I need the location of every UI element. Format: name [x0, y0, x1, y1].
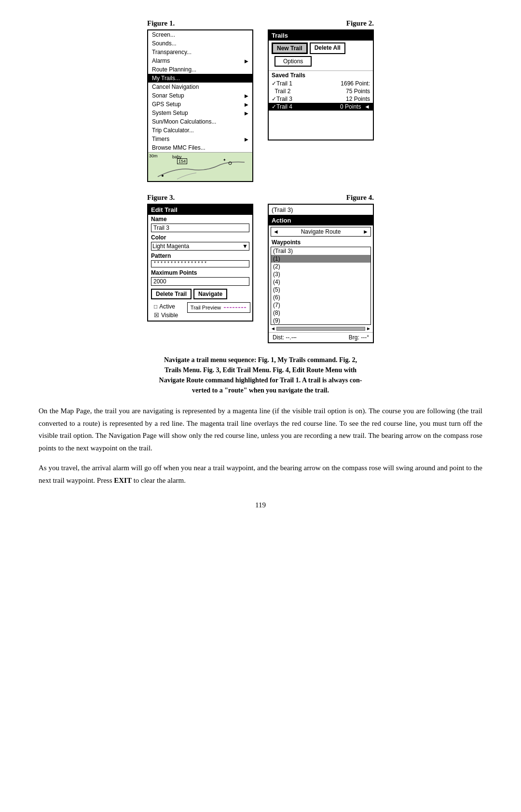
figure-2-label: Figure 2.: [268, 19, 374, 28]
fig4-wp-9[interactable]: (9): [271, 317, 370, 324]
svg-text:✦: ✦: [223, 158, 226, 162]
fig3-pattern-label: Pattern: [148, 252, 252, 259]
figure-3-block: Figure 3. Edit Trail Name Trail 3 Color …: [147, 194, 253, 343]
page-number: 119: [39, 501, 482, 509]
figure-1-label: Figure 1.: [147, 19, 253, 28]
fig3-visible-label: Visible: [161, 312, 178, 319]
fig4-wp-5[interactable]: (5): [271, 286, 370, 294]
fig3-maxpoints-field[interactable]: 2000: [151, 277, 249, 286]
fig4-wp-3[interactable]: (3): [271, 270, 370, 278]
fig1-menu-item-sonar: Sonar Setup▶: [148, 91, 252, 100]
fig3-delete-trail-button[interactable]: Delete Trail: [151, 289, 192, 299]
fig3-active-label: Active: [159, 303, 175, 310]
fig4-trail-header: (Trail 3): [271, 247, 370, 255]
fig2-trail-4[interactable]: ✓Trail 40 Points ◄: [269, 103, 373, 111]
caption-block: Navigate a trail menu sequence: Fig. 1, …: [68, 355, 453, 395]
figure-4-label: Figure 4.: [268, 194, 374, 202]
fig2-btn-row: New Trail Delete All: [269, 41, 373, 56]
fig4-wp-8[interactable]: (8): [271, 309, 370, 317]
body-paragraph-2: As you travel, the arrival alarm will go…: [39, 462, 482, 487]
fig4-navigate-route-row[interactable]: ◄ Navigate Route ►: [271, 227, 371, 237]
fig4-waypoint-list: (Trail 3) (1) (2) (3) (4) (5) (6) (7) (8…: [271, 247, 371, 325]
caption-text-content: Navigate a trail menu sequence: Fig. 1, …: [159, 356, 362, 394]
fig4-wp-6[interactable]: (6): [271, 294, 370, 301]
fig4-action-bar: Action: [269, 215, 373, 225]
fig1-menu-item-timers: Timers▶: [148, 135, 252, 143]
fig2-saved-trails-label: Saved Trails: [269, 70, 373, 80]
fig3-visible-checkbox-row[interactable]: ☒ Visible: [150, 311, 182, 320]
fig3-trail-preview: Trail Preview: [187, 302, 250, 313]
fig2-trail-2: Trail 275 Points: [269, 87, 373, 95]
fig1-menu-item-system: System Setup▶: [148, 109, 252, 117]
svg-point-0: [162, 175, 164, 177]
body-paragraph-1: On the Map Page, the trail you are navig…: [39, 405, 482, 454]
fig4-nav-route-label: Navigate Route: [301, 228, 341, 235]
fig1-menu-item-alarms: Alarms▶: [148, 56, 252, 65]
fig2-trail-1: ✓Trail 11696 Point:: [269, 80, 373, 87]
figure-3-screen: Edit Trail Name Trail 3 Color Light Mage…: [147, 204, 253, 322]
fig3-color-label: Color: [148, 233, 252, 241]
fig4-header: (Trail 3): [269, 205, 373, 215]
figure-4-block: Figure 4. (Trail 3) Action ◄ Navigate Ro…: [268, 194, 374, 343]
fig4-wp-2[interactable]: (2): [271, 263, 370, 270]
fig3-navigate-button[interactable]: Navigate: [193, 289, 227, 299]
fig4-wp-4[interactable]: (4): [271, 278, 370, 286]
fig1-menu-item-sounds: Sounds...: [148, 39, 252, 48]
fig1-menu-item-trip: Trip Calculator...: [148, 126, 252, 135]
figure-2-screen: Trails New Trail Delete All Options Save…: [268, 29, 374, 140]
fig1-menu-item-mytrails[interactable]: My Trails...: [148, 74, 252, 83]
fig2-header: Trails: [269, 30, 373, 41]
fig4-wp-7[interactable]: (7): [271, 301, 370, 309]
fig3-maxpoints-label: Maximum Points: [148, 268, 252, 276]
fig2-delete-all-button[interactable]: Delete All: [310, 42, 345, 54]
figure-3-label: Figure 3.: [147, 194, 253, 202]
fig4-dist-row: Dist: --.-– Brg: ---°: [269, 332, 373, 342]
fig2-options-button[interactable]: Options: [274, 56, 312, 67]
fig3-action-buttons: Delete Trail Navigate: [148, 287, 252, 301]
fig4-nav-left-arrow: ◄: [273, 228, 279, 235]
fig3-header: Edit Trail: [148, 205, 252, 215]
fig1-menu-item-screen: Screen...: [148, 30, 252, 39]
fig1-menu-item-cancel: Cancel Navigation: [148, 83, 252, 91]
fig4-dist-label: Dist: --.-–: [273, 334, 296, 341]
figure-1-screen: Screen... Sounds... Transparency... Alar…: [147, 29, 253, 182]
fig2-new-trail-button[interactable]: New Trail: [272, 42, 308, 54]
fig1-menu-item-browse: Browse MMC Files...: [148, 143, 252, 152]
fig3-pattern-field[interactable]: ****************: [151, 260, 249, 267]
fig3-name-label: Name: [148, 215, 252, 223]
fig1-menu-item-route: Route Planning...: [148, 65, 252, 74]
fig2-trail-3: ✓Trail 312 Points: [269, 95, 373, 103]
figure-2-block: Figure 2. Trails New Trail Delete All Op…: [268, 19, 374, 182]
figure-1-block: Figure 1. Screen... Sounds... Transparen…: [147, 19, 253, 182]
fig3-name-field[interactable]: Trail 3: [151, 224, 249, 232]
fig1-menu-item-transparency: Transparency...: [148, 48, 252, 56]
exit-bold: EXIT: [114, 476, 132, 484]
fig3-active-checkbox-row[interactable]: □ Active: [150, 302, 182, 311]
fig1-menu-item-sunmoon: Sun/Moon Calculations...: [148, 117, 252, 126]
fig3-preview-svg: [223, 304, 247, 311]
fig1-map-svg: ✦: [148, 153, 252, 181]
fig3-color-select[interactable]: Light Magenta ▼: [151, 242, 249, 251]
fig1-map-area: 30m baby 154 ✦: [148, 152, 252, 181]
fig4-nav-right-arrow: ►: [363, 228, 369, 235]
fig4-waypoints-label: Waypoints: [269, 238, 373, 247]
fig1-menu-item-gps: GPS Setup▶: [148, 100, 252, 109]
fig3-bottom-row: □ Active ☒ Visible Trail Preview: [148, 301, 252, 321]
fig4-wp-1[interactable]: (1): [271, 255, 370, 263]
fig4-brg-label: Brg: ---°: [349, 334, 369, 341]
figure-4-screen: (Trail 3) Action ◄ Navigate Route ► Wayp…: [268, 204, 374, 343]
